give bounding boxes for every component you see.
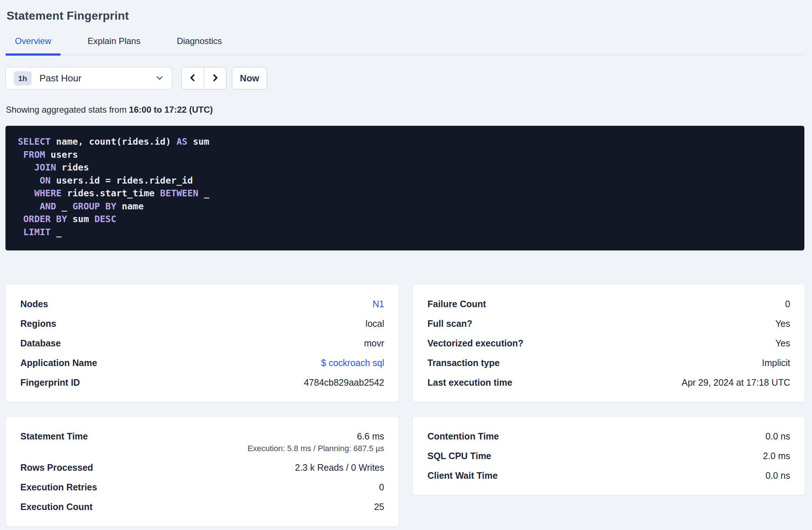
stat-value-wrap: 0	[379, 482, 384, 492]
stat-label: Fingerprint ID	[20, 378, 80, 387]
stat-label: Execution Retries	[20, 482, 97, 492]
stat-value-link[interactable]: N1	[373, 299, 384, 309]
chevron-right-icon	[210, 73, 220, 84]
stat-row: Vectorized execution?Yes	[427, 333, 790, 353]
stat-value-link[interactable]: $ cockroach sql	[321, 358, 384, 368]
stat-row: Rows Processed2.3 k Reads / 0 Writes	[20, 458, 384, 477]
stat-value-wrap: Implicit	[762, 358, 790, 368]
chevron-down-icon	[155, 73, 164, 83]
stat-label: Execution Count	[20, 502, 93, 511]
stat-value: Yes	[775, 319, 790, 328]
tab-explain-plans[interactable]: Explain Plans	[78, 36, 150, 55]
stat-value-wrap: Yes	[775, 319, 790, 328]
sql-line: LIMIT _	[18, 226, 793, 239]
stat-value-wrap: N1	[373, 299, 384, 309]
stat-value: Yes	[775, 338, 790, 348]
stat-row: Last execution timeApr 29, 2024 at 17:18…	[427, 373, 790, 392]
chevron-left-icon	[188, 73, 197, 84]
sql-statement-box: SELECT name, count(rides.id) AS sum FROM…	[5, 126, 804, 250]
tab-bar: Overview Explain Plans Diagnostics	[5, 36, 805, 55]
stat-value: movr	[364, 338, 384, 348]
sql-line: FROM users	[18, 148, 793, 161]
stat-row: Execution Count25	[20, 497, 384, 517]
stat-label: Vectorized execution?	[427, 338, 523, 348]
stats-cards-row: Statement Time6.6 msExecution: 5.8 ms / …	[5, 416, 805, 527]
stat-value-wrap: movr	[364, 338, 384, 348]
stat-label: Failure Count	[427, 299, 486, 309]
stat-row: Execution Retries0	[20, 477, 384, 497]
stat-row: Transaction typeImplicit	[427, 353, 790, 373]
stat-value-wrap: Apr 29, 2024 at 17:18 UTC	[682, 378, 790, 387]
stat-value-wrap: Yes	[775, 338, 790, 348]
stat-label: Rows Processed	[20, 463, 93, 472]
stat-value-wrap: 2.0 ms	[763, 451, 790, 461]
stat-value-wrap: $ cockroach sql	[321, 358, 384, 368]
stat-label: Transaction type	[427, 358, 500, 368]
sql-line: ORDER BY sum DESC	[18, 213, 793, 226]
time-selector-row: 1h Past Hour Now	[5, 67, 812, 89]
stat-value: Implicit	[762, 358, 790, 368]
stat-subvalue: Execution: 5.8 ms / Planning: 687.5 µs	[248, 444, 384, 453]
stat-row: Failure Count0	[427, 294, 790, 314]
sql-line: AND _ GROUP BY name	[18, 200, 793, 213]
stat-value: 2.3 k Reads / 0 Writes	[295, 463, 384, 472]
stat-row: Regionslocal	[20, 314, 384, 333]
stat-label: Contention Time	[427, 431, 499, 441]
stat-value: Apr 29, 2024 at 17:18 UTC	[682, 378, 790, 387]
page-title: Statement Fingerprint	[7, 8, 812, 23]
aggregated-stats-range: 16:00 to 17:22 (UTC)	[129, 105, 213, 115]
execution-attributes-card: Failure Count0Full scan?YesVectorized ex…	[413, 284, 805, 402]
time-range-nav	[181, 67, 226, 89]
stat-value-wrap: 6.6 msExecution: 5.8 ms / Planning: 687.…	[248, 431, 384, 453]
stat-row: Fingerprint ID4784cb829aab2542	[20, 373, 384, 392]
stat-value: 0.0 ns	[765, 471, 790, 480]
stat-row: Client Wait Time0.0 ns	[427, 466, 790, 485]
stat-label: Full scan?	[427, 319, 473, 328]
stat-row: Databasemovr	[20, 333, 384, 353]
time-range-label: Past Hour	[40, 73, 82, 84]
time-range-badge: 1h	[14, 71, 32, 85]
sql-line: WHERE rides.start_time BETWEEN _	[18, 187, 793, 200]
stat-label: Statement Time	[20, 431, 88, 441]
stat-value-wrap: 25	[374, 502, 384, 511]
sql-line: JOIN rides	[18, 161, 793, 174]
stat-label: Last execution time	[427, 378, 512, 387]
stat-label: Regions	[20, 319, 56, 328]
stat-label: Database	[20, 338, 61, 348]
stat-value: 2.0 ms	[763, 451, 790, 461]
stat-row: Contention Time0.0 ns	[427, 426, 790, 446]
statement-times-card: Statement Time6.6 msExecution: 5.8 ms / …	[5, 416, 399, 527]
stat-value-wrap: 0.0 ns	[765, 431, 790, 441]
stat-row: NodesN1	[20, 294, 384, 314]
sql-line: SELECT name, count(rides.id) AS sum	[18, 135, 793, 148]
aggregated-stats-prefix: Showing aggregated stats from	[6, 105, 129, 115]
stat-value: 6.6 ms	[357, 431, 384, 441]
stat-value-wrap: 0.0 ns	[765, 471, 790, 480]
aggregated-stats-line: Showing aggregated stats from 16:00 to 1…	[6, 105, 812, 115]
stat-label: Nodes	[20, 299, 48, 309]
previous-time-range-button[interactable]	[182, 67, 204, 89]
stat-row: Statement Time6.6 msExecution: 5.8 ms / …	[20, 426, 384, 458]
stat-value: 0.0 ns	[765, 431, 790, 441]
stat-row: SQL CPU Time2.0 ms	[427, 446, 790, 466]
stat-value: local	[366, 319, 384, 328]
time-range-dropdown[interactable]: 1h Past Hour	[5, 67, 172, 89]
stat-value-wrap: 0	[785, 299, 790, 309]
tab-overview[interactable]: Overview	[5, 36, 61, 55]
stat-label: SQL CPU Time	[427, 451, 491, 461]
stat-value: 0	[785, 299, 790, 309]
stat-row: Full scan?Yes	[427, 314, 790, 333]
overview-cards-row: NodesN1RegionslocalDatabasemovrApplicati…	[5, 284, 805, 402]
stat-value: 0	[379, 482, 384, 492]
stat-label: Application Name	[20, 358, 97, 368]
now-button[interactable]: Now	[232, 67, 267, 89]
statement-details-card: NodesN1RegionslocalDatabasemovrApplicati…	[5, 284, 399, 402]
statement-fingerprint-page: Statement Fingerprint Overview Explain P…	[0, 8, 812, 530]
stat-row: Application Name$ cockroach sql	[20, 353, 384, 373]
stat-label: Client Wait Time	[427, 471, 498, 480]
tab-diagnostics[interactable]: Diagnostics	[167, 36, 231, 55]
stat-value-wrap: 2.3 k Reads / 0 Writes	[295, 463, 384, 472]
next-time-range-button[interactable]	[204, 67, 226, 89]
stat-value-wrap: local	[366, 319, 384, 328]
sql-line: ON users.id = rides.rider_id	[18, 174, 793, 187]
